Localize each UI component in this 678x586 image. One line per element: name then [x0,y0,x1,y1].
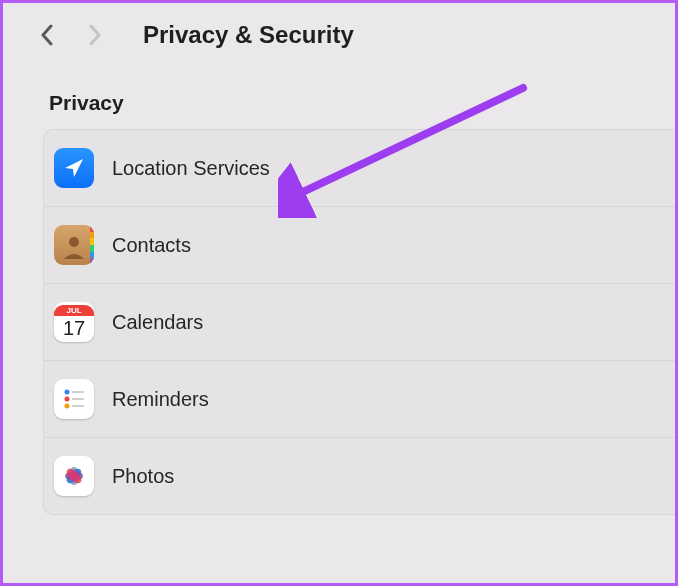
forward-button[interactable] [85,25,105,45]
item-label: Reminders [112,388,209,411]
item-label: Photos [112,465,174,488]
back-button[interactable] [37,25,57,45]
settings-item-contacts[interactable]: Contacts [44,207,675,284]
calendar-month: JUL [54,305,94,316]
item-label: Location Services [112,157,270,180]
settings-item-reminders[interactable]: Reminders [44,361,675,438]
settings-item-calendars[interactable]: JUL 17 Calendars [44,284,675,361]
svg-point-1 [65,390,70,395]
location-icon [54,148,94,188]
settings-item-photos[interactable]: Photos [44,438,675,514]
photos-icon [54,456,94,496]
item-label: Calendars [112,311,203,334]
settings-item-location-services[interactable]: Location Services [44,130,675,207]
reminders-icon [54,379,94,419]
svg-point-0 [69,237,79,247]
item-label: Contacts [112,234,191,257]
header: Privacy & Security [3,3,675,67]
svg-point-5 [65,404,70,409]
calendar-icon: JUL 17 [54,302,94,342]
section-title: Privacy [3,67,675,129]
settings-list: Location Services Contacts JUL 17 Calend… [43,129,675,515]
page-title: Privacy & Security [143,21,354,49]
calendar-day: 17 [63,316,85,340]
nav-arrows [37,25,105,45]
chevron-left-icon [40,24,54,46]
svg-point-3 [65,397,70,402]
contacts-icon [54,225,94,265]
chevron-right-icon [88,24,102,46]
